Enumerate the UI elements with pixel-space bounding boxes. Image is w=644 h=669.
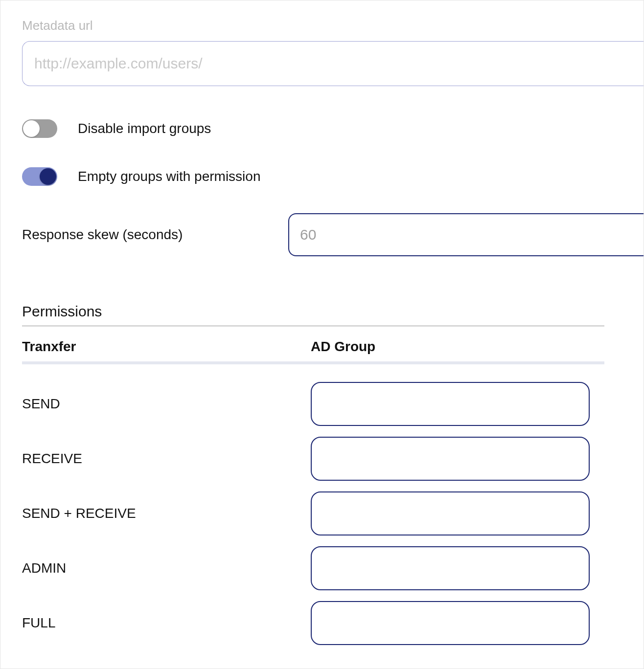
permissions-row-admin: ADMIN xyxy=(22,546,604,590)
permissions-row-full: FULL xyxy=(22,601,604,645)
response-skew-label: Response skew (seconds) xyxy=(22,227,288,243)
permission-adgroup-input-full[interactable] xyxy=(311,601,590,645)
metadata-url-input[interactable] xyxy=(22,41,644,86)
permissions-section: Permissions Tranxfer AD Group SEND RECEI… xyxy=(22,303,644,645)
response-skew-input[interactable] xyxy=(288,213,644,256)
permissions-col-tranxfer: Tranxfer xyxy=(22,339,311,355)
toggle-knob xyxy=(40,168,56,185)
toggle-row-empty-groups: Empty groups with permission xyxy=(22,167,644,186)
permission-label: ADMIN xyxy=(22,560,311,576)
response-skew-row: Response skew (seconds) xyxy=(22,213,644,256)
permissions-col-adgroup: AD Group xyxy=(311,339,375,355)
permission-label: SEND + RECEIVE xyxy=(22,506,311,521)
disable-import-groups-label: Disable import groups xyxy=(78,121,211,136)
permissions-row-send: SEND xyxy=(22,382,604,426)
toggles-block: Disable import groups Empty groups with … xyxy=(22,119,644,256)
permission-label: SEND xyxy=(22,396,311,412)
permission-adgroup-input-send[interactable] xyxy=(311,382,590,426)
permission-label: FULL xyxy=(22,615,311,631)
toggle-row-disable-import-groups: Disable import groups xyxy=(22,119,644,138)
toggle-knob xyxy=(23,120,40,137)
permissions-table-header: Tranxfer AD Group xyxy=(22,339,604,364)
permissions-row-send-receive: SEND + RECEIVE xyxy=(22,491,604,535)
disable-import-groups-toggle[interactable] xyxy=(22,119,57,138)
permission-adgroup-input-receive[interactable] xyxy=(311,437,590,481)
settings-panel: Metadata url Disable import groups Empty… xyxy=(0,0,644,669)
permission-adgroup-input-send-receive[interactable] xyxy=(311,491,590,535)
empty-groups-with-permission-label: Empty groups with permission xyxy=(78,169,260,184)
permission-adgroup-input-admin[interactable] xyxy=(311,546,590,590)
metadata-url-label: Metadata url xyxy=(22,18,644,33)
empty-groups-with-permission-toggle[interactable] xyxy=(22,167,57,186)
permissions-row-receive: RECEIVE xyxy=(22,437,604,481)
permissions-heading: Permissions xyxy=(22,303,604,326)
permission-label: RECEIVE xyxy=(22,451,311,467)
